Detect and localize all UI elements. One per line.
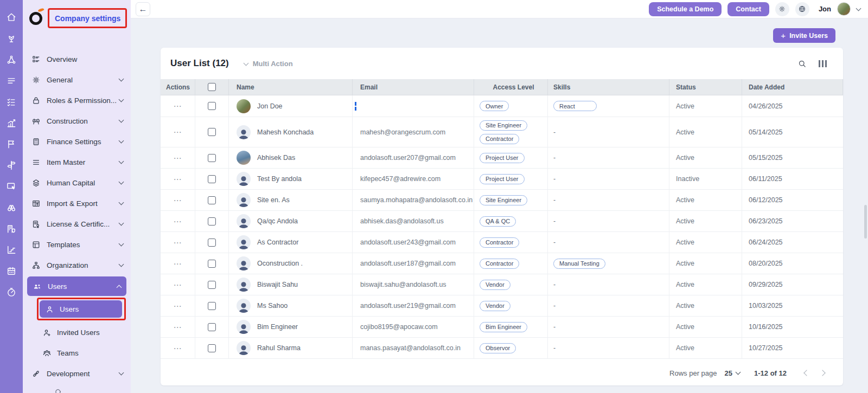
award-plant-icon[interactable]: [6, 33, 17, 44]
sidebar-item-users[interactable]: Users: [27, 276, 126, 296]
row-actions-button[interactable]: ⋯: [174, 323, 182, 331]
user-name[interactable]: Jon Doe: [257, 102, 283, 110]
user-name[interactable]: Test By andola: [257, 175, 302, 183]
sidebar-item-general[interactable]: General: [23, 69, 131, 90]
date-added: 05/15/2025: [749, 154, 783, 162]
row-checkbox[interactable]: [208, 196, 216, 204]
avatar: [237, 151, 251, 165]
row-actions-button[interactable]: ⋯: [174, 217, 182, 226]
row-checkbox[interactable]: [208, 175, 216, 183]
sidebar-item-item-master[interactable]: Item Master: [23, 152, 131, 172]
row-checkbox[interactable]: [208, 344, 216, 352]
contact-button[interactable]: Contact: [727, 2, 769, 16]
row-actions-button[interactable]: ⋯: [174, 260, 182, 268]
checklist-icon[interactable]: [6, 96, 17, 107]
user-name[interactable]: Site en. As: [257, 196, 290, 204]
sitemap-icon[interactable]: [6, 54, 17, 65]
access-level-cell: Bim Engineer: [474, 317, 548, 338]
row-actions-button[interactable]: ⋯: [174, 154, 182, 162]
globe-button[interactable]: [795, 2, 809, 16]
row-checkbox[interactable]: [208, 323, 216, 331]
row-actions-button[interactable]: ⋯: [174, 302, 182, 310]
flag-icon[interactable]: [6, 139, 17, 150]
user-name[interactable]: Bim Engineer: [257, 323, 298, 331]
page-scrollbar[interactable]: [864, 205, 867, 239]
growth-chart-icon[interactable]: [6, 118, 17, 128]
table-row: ⋯ Rahul Sharma manas.pasayat@andolasoft.…: [161, 338, 843, 359]
row-checkbox[interactable]: [208, 217, 216, 226]
date-added: 10/27/2025: [749, 344, 783, 352]
status-text: Active: [676, 323, 694, 331]
row-checkbox[interactable]: [208, 154, 216, 162]
rows-per-page-select[interactable]: 25: [725, 369, 740, 377]
select-all-checkbox[interactable]: [208, 83, 216, 91]
back-button[interactable]: ←: [136, 2, 150, 16]
row-actions-button[interactable]: ⋯: [174, 175, 182, 183]
row-actions-button[interactable]: ⋯: [174, 281, 182, 289]
chevron-down-icon: [119, 262, 124, 267]
row-checkbox[interactable]: [208, 260, 216, 268]
sidebar-item-organization[interactable]: Organization: [23, 255, 131, 275]
user-name[interactable]: Mahesh Konchada: [257, 128, 314, 136]
next-page-button[interactable]: [817, 367, 829, 379]
table-row: ⋯ Test By andola kifepec457@adrewire.com…: [161, 169, 843, 190]
user-name[interactable]: Qa/qc Andola: [257, 217, 298, 225]
list-icon[interactable]: [6, 75, 17, 86]
row-actions-button[interactable]: ⋯: [174, 196, 182, 204]
binoculars-icon[interactable]: [6, 202, 17, 213]
previous-page-button[interactable]: [800, 367, 812, 379]
row-checkbox[interactable]: [208, 128, 216, 136]
user-name[interactable]: Biswajit Sahu: [257, 281, 298, 288]
date-added: 08/20/2025: [749, 260, 783, 267]
timer-icon[interactable]: [6, 287, 17, 298]
row-checkbox[interactable]: [208, 102, 216, 110]
row-checkbox[interactable]: [208, 281, 216, 289]
sidebar-item-overview[interactable]: Overview: [23, 49, 131, 69]
table-row: ⋯ Bim Engineer cojibo8195@apocaw.com Bim…: [161, 317, 843, 338]
user-name[interactable]: Ms Sahoo: [257, 302, 288, 310]
step-chart-icon[interactable]: [6, 244, 17, 255]
building-shield-icon[interactable]: [6, 223, 17, 234]
user-name[interactable]: Rahul Sharma: [257, 344, 301, 352]
sidebar-item-import-export[interactable]: Import & Export: [23, 193, 131, 214]
sidebar-item-templates[interactable]: Templates: [23, 234, 131, 255]
signpost-icon[interactable]: [6, 160, 17, 171]
user-name[interactable]: Abhisek Das: [257, 154, 295, 162]
company-settings-link[interactable]: Company settings: [55, 14, 120, 23]
sidebar-item-development[interactable]: Development: [23, 363, 131, 384]
home-icon[interactable]: [6, 12, 17, 23]
invite-users-button[interactable]: + Invite Users: [773, 28, 835, 43]
row-actions-button[interactable]: ⋯: [174, 239, 182, 247]
user-name[interactable]: As Contractor: [257, 239, 298, 246]
sidebar-item-label: Finance Settings: [47, 138, 119, 146]
monitor-cursor-icon[interactable]: [6, 181, 17, 192]
row-actions-button[interactable]: ⋯: [174, 344, 182, 352]
access-level-cell: Owner: [474, 95, 548, 117]
skills-cell: -: [548, 232, 669, 253]
row-checkbox[interactable]: [208, 302, 216, 310]
sidebar-item-human-capital[interactable]: Human Capital: [23, 172, 131, 193]
sidebar-item-construction[interactable]: Construction: [23, 111, 131, 131]
row-checkbox[interactable]: [208, 239, 216, 247]
schedule-demo-button[interactable]: Schedule a Demo: [649, 2, 722, 16]
search-icon[interactable]: [797, 59, 807, 68]
multi-action-dropdown[interactable]: Multi Action: [244, 60, 293, 68]
row-actions-button[interactable]: ⋯: [174, 128, 182, 136]
sidebar-subitem-users[interactable]: Users: [40, 300, 122, 318]
sidebar-subitem-teams[interactable]: Teams: [37, 343, 131, 363]
user-email: kifepec457@adrewire.com: [360, 175, 441, 183]
sidebar-item-finance-settings[interactable]: Finance Settings: [23, 131, 131, 152]
columns-icon[interactable]: [819, 60, 827, 67]
chevron-down-icon[interactable]: [856, 5, 861, 11]
sidebar-item-roles-permissions[interactable]: Roles & Permission...: [23, 90, 131, 111]
avatar: [237, 193, 251, 207]
row-actions-button[interactable]: ⋯: [174, 102, 182, 110]
calendar-icon[interactable]: [6, 266, 17, 276]
user-name[interactable]: Oconstruction .: [257, 260, 303, 267]
sidebar-subitem-invited-users[interactable]: Invited Users: [37, 322, 131, 343]
avatar: [237, 235, 251, 249]
user-list-card: User List (12) Multi Action Actions Name…: [161, 48, 843, 385]
sidebar-item-license-certificates[interactable]: License & Certific...: [23, 214, 131, 234]
user-avatar[interactable]: [837, 2, 851, 16]
settings-gear-button[interactable]: [775, 2, 789, 16]
